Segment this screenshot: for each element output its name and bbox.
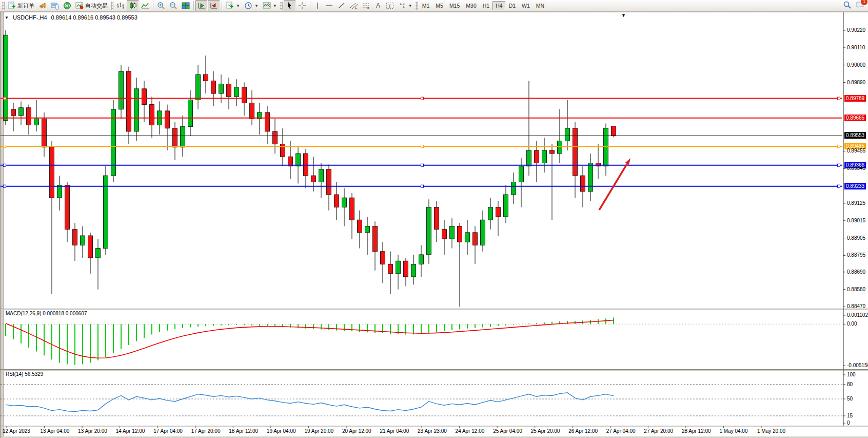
toolbar: 新订单 自动交易	[0, 0, 868, 12]
new-order-label: 新订单	[17, 2, 34, 10]
timeframe-button-H4[interactable]: H4	[492, 1, 505, 10]
line-handle[interactable]	[838, 145, 840, 148]
chart-plot[interactable]	[1, 12, 868, 438]
timeframe-button-M30[interactable]: M30	[463, 1, 479, 10]
toolbar-drag-handle[interactable]	[111, 2, 113, 10]
toolbar-separator	[310, 1, 310, 10]
time-axis-label: 27 Apr 20:00	[644, 428, 673, 434]
candlestick-chart-button[interactable]	[127, 0, 139, 11]
rsi-level-label: 0	[847, 420, 850, 426]
alerts-button[interactable]	[36, 0, 49, 11]
line-handle[interactable]	[421, 145, 424, 148]
time-axis-label: 20 Apr 12:00	[342, 428, 371, 434]
terminal-button[interactable]	[49, 0, 61, 11]
text-tool-button[interactable]: A	[372, 0, 384, 11]
scroll-to-end-marker[interactable]: ▼	[621, 13, 626, 18]
chevron-down-icon: ▼	[236, 4, 240, 8]
price-tick-label: 0.89125	[847, 200, 865, 206]
price-tick-label: 0.89455	[847, 148, 865, 154]
timeframe-toolbar: M1M5M15M30H1H4D1W1MN	[419, 1, 547, 10]
fibonacci-tool-button[interactable]: F	[360, 0, 372, 11]
macd-axis-label: 0.00	[847, 321, 857, 327]
line-handle[interactable]	[421, 164, 424, 166]
timeframe-button-D1[interactable]: D1	[506, 1, 519, 10]
macd-axis-label: -0.005156	[847, 363, 868, 368]
timeframe-button-M1[interactable]: M1	[419, 1, 433, 10]
arrows-tool-button[interactable]: ▼	[396, 0, 415, 11]
zoom-out-button[interactable]	[167, 0, 180, 11]
svg-text:T: T	[388, 4, 391, 9]
chart-window: ▼ USDCHF-,H4 0.89614 0.89616 0.89543 0.8…	[0, 12, 868, 438]
cursor-button[interactable]	[284, 0, 296, 11]
vertical-line-tool-button[interactable]	[312, 0, 323, 11]
horn-icon	[38, 2, 47, 10]
chevron-down-icon: ▼	[273, 4, 277, 8]
community-button[interactable]	[61, 0, 73, 11]
auto-scroll-button[interactable]	[195, 0, 208, 11]
clock-icon	[244, 2, 252, 10]
timeframe-button-MN[interactable]: MN	[533, 1, 547, 10]
new-chart-button[interactable]: ▼	[224, 0, 242, 11]
toolbar-drag-handle[interactable]	[416, 2, 418, 10]
price-tick-label: 0.88580	[847, 287, 865, 292]
time-axis-label: 23 Apr 23:00	[418, 428, 447, 434]
price-tick-label: 0.88470	[847, 303, 865, 309]
period-button[interactable]: ▼	[242, 0, 261, 11]
horizontal-line-tool-button[interactable]	[323, 0, 336, 11]
line-handle[interactable]	[421, 97, 424, 100]
timeframe-button-W1[interactable]: W1	[519, 1, 533, 10]
symbol-dropdown-icon[interactable]: ▼	[5, 15, 9, 20]
indicators-button[interactable]: ▼	[261, 0, 279, 11]
line-handle[interactable]	[4, 185, 6, 187]
time-axis-label: 13 Apr 04:00	[41, 428, 70, 434]
time-axis-label: 28 Apr 12:00	[682, 428, 711, 434]
toolbar-separator	[222, 1, 222, 10]
line-handle[interactable]	[4, 145, 6, 148]
time-axis-label: 12 Apr 2023	[3, 428, 30, 434]
chat-button[interactable]: 1	[856, 1, 865, 11]
line-handle[interactable]	[838, 97, 840, 100]
line-handle[interactable]	[838, 164, 840, 166]
price-tick-label: 0.88795	[847, 252, 865, 258]
timeframe-button-M5[interactable]: M5	[432, 1, 446, 10]
line-handle[interactable]	[4, 164, 6, 166]
line-chart-button[interactable]	[139, 0, 151, 11]
time-axis-label: 26 Apr 12:00	[568, 428, 598, 434]
time-axis-label: 14 Apr 12:00	[116, 428, 145, 434]
toolbar-drag-handle[interactable]	[2, 2, 5, 10]
bar-chart-button[interactable]	[114, 0, 127, 11]
autotrade-button[interactable]: 自动交易	[73, 0, 110, 11]
search-icon[interactable]	[843, 1, 852, 11]
horizontal-line-icon	[325, 2, 333, 10]
text-label-tool-button[interactable]: T	[384, 0, 396, 11]
chart-shift-button[interactable]	[208, 0, 220, 11]
chevron-down-icon: ▼	[254, 4, 259, 8]
time-axis-label: 27 Apr 04:00	[606, 428, 636, 434]
autotrade-icon	[75, 2, 84, 10]
time-axis-label: 25 Apr 04:00	[493, 428, 522, 434]
new-order-button[interactable]: 新订单	[6, 0, 36, 11]
line-handle[interactable]	[838, 185, 840, 187]
line-handle[interactable]	[4, 97, 6, 100]
trendline-tool-button[interactable]	[336, 0, 348, 11]
zoom-in-button[interactable]	[155, 0, 167, 11]
bid-price-label: 0.89553	[844, 132, 866, 139]
rsi-level-label: 80	[847, 382, 853, 387]
timeframe-button-H1[interactable]: H1	[480, 1, 492, 10]
time-axis-label: 19 Apr 04:00	[267, 428, 296, 434]
toolbar-drag-handle[interactable]	[280, 2, 283, 10]
timeframe-button-M15[interactable]: M15	[446, 1, 463, 10]
chevron-down-icon: ▼	[408, 4, 412, 8]
tile-windows-icon	[182, 2, 190, 10]
channel-tool-button[interactable]: E	[348, 0, 360, 11]
fibonacci-icon: F	[362, 2, 370, 10]
equidistant-channel-icon: E	[350, 2, 358, 10]
line-handle[interactable]	[421, 185, 424, 187]
price-line-label: 0.89789	[844, 95, 866, 102]
crosshair-button[interactable]	[296, 0, 308, 11]
toolbar-right-icons: 1	[843, 0, 865, 12]
cursor-icon	[286, 2, 294, 10]
tile-windows-button[interactable]	[180, 0, 192, 11]
chart-title: ▼ USDCHF-,H4 0.89614 0.89616 0.89543 0.8…	[5, 14, 137, 21]
time-axis-label: 1 May 20:00	[757, 428, 785, 434]
